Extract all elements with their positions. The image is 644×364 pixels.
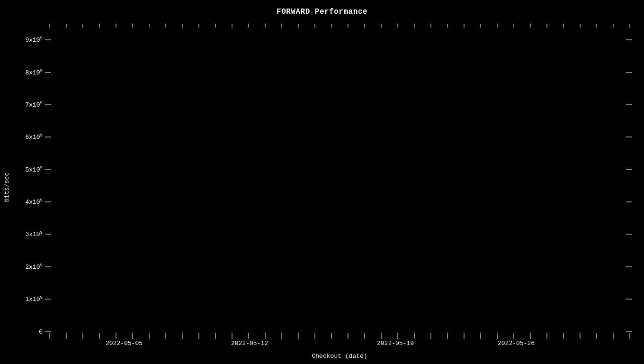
chart-svg: 9x109 8x109 7x109 6x109 5x109 4x109 3x10… [0,0,644,364]
y-axis-right-ticks [626,40,632,332]
y-axis-ticks [45,40,51,332]
y-label-9: 9x109 [25,36,43,44]
top-ticks [50,24,630,27]
chart-container: FORWARD Performance [0,0,644,364]
y-axis-labels: 9x109 8x109 7x109 6x109 5x109 4x109 3x10… [25,36,43,336]
y-label-6: 6x109 [25,133,43,141]
x-axis-labels: 2022-05-05 2022-05-12 2022-05-19 2022-05… [106,340,535,347]
x-axis-title: Checkout (date) [312,353,367,360]
y-label-3: 3x109 [25,230,43,238]
y-label-7: 7x109 [25,101,43,109]
x-label-0526: 2022-05-26 [498,340,535,347]
y-label-5: 5x109 [25,166,43,173]
x-axis-ticks [50,333,630,339]
x-label-0505: 2022-05-05 [106,340,143,347]
x-label-0512: 2022-05-12 [231,340,268,347]
y-label-2: 2x109 [25,263,43,271]
x-label-0519: 2022-05-19 [377,340,414,347]
y-label-0: 0 [39,328,43,336]
y-axis-title: bits/sec [3,173,10,202]
y-label-8: 8x109 [25,69,43,76]
y-label-4: 4x109 [25,198,43,206]
y-label-1: 1x109 [25,295,43,303]
